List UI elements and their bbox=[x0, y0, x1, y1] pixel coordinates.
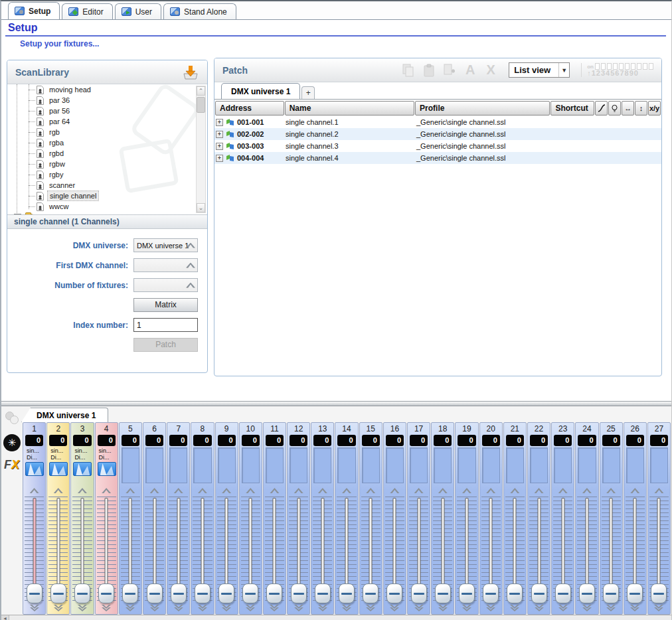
fader-down-button[interactable] bbox=[23, 603, 45, 614]
fader-track[interactable] bbox=[289, 497, 308, 603]
tree-item[interactable]: rgbd bbox=[7, 148, 207, 159]
tab-dmx-universe-1[interactable]: DMX universe 1 bbox=[221, 83, 300, 99]
tree-scrollbar[interactable]: ⌃ ⌄ bbox=[196, 86, 206, 213]
fader-track[interactable] bbox=[313, 497, 332, 603]
fader-up-button[interactable] bbox=[552, 485, 574, 497]
fader-track[interactable] bbox=[385, 497, 404, 603]
fader-down-button[interactable] bbox=[71, 603, 93, 614]
fader-up-button[interactable] bbox=[360, 485, 382, 497]
fader-thumb[interactable] bbox=[531, 583, 547, 603]
fader-up-button[interactable] bbox=[143, 485, 165, 497]
channel-fixture-cell[interactable] bbox=[506, 447, 524, 483]
main-tab[interactable]: Setup bbox=[8, 2, 60, 19]
fader-thumb[interactable] bbox=[218, 583, 234, 603]
channel-fixture-cell[interactable] bbox=[650, 447, 668, 483]
scroll-up-icon[interactable]: ⌃ bbox=[197, 86, 205, 96]
fader-track[interactable] bbox=[553, 497, 572, 603]
import-fixture-icon[interactable] bbox=[182, 65, 199, 80]
column-name[interactable]: Name bbox=[285, 101, 414, 116]
fader-down-button[interactable] bbox=[384, 603, 406, 614]
fader-down-button[interactable] bbox=[216, 603, 238, 614]
add-page-icon[interactable] bbox=[442, 62, 458, 78]
expand-icon[interactable]: + bbox=[216, 119, 223, 126]
fader-thumb[interactable] bbox=[339, 583, 355, 603]
fader-thumb[interactable] bbox=[651, 583, 667, 603]
fader-down-button[interactable] bbox=[167, 603, 189, 614]
channel-fixture-cell[interactable] bbox=[554, 447, 572, 483]
fader-thumb[interactable] bbox=[363, 583, 378, 603]
fader-track[interactable] bbox=[649, 497, 669, 603]
fader-thumb[interactable] bbox=[242, 583, 258, 603]
fader-down-button[interactable] bbox=[504, 603, 526, 614]
fader-track[interactable] bbox=[217, 497, 236, 603]
tree-item[interactable]: rgby bbox=[7, 169, 207, 180]
fader-thumb[interactable] bbox=[411, 583, 427, 603]
flash-icon[interactable]: ✳ bbox=[3, 434, 21, 451]
fader-up-button[interactable] bbox=[23, 485, 45, 497]
channel-fixture-cell[interactable]: sin... Di... bbox=[25, 447, 43, 483]
channel-fixture-cell[interactable] bbox=[386, 447, 404, 483]
fader-thumb[interactable] bbox=[147, 583, 163, 603]
fader-track[interactable] bbox=[169, 497, 188, 603]
rename-icon[interactable]: A bbox=[462, 62, 478, 78]
tree-item[interactable]: single channel bbox=[7, 191, 207, 201]
fader-thumb[interactable] bbox=[74, 583, 90, 603]
fader-track[interactable] bbox=[505, 497, 525, 603]
fader-track[interactable] bbox=[457, 497, 476, 603]
fader-track[interactable] bbox=[72, 497, 92, 603]
copy-icon[interactable] bbox=[400, 62, 416, 78]
fader-down-button[interactable] bbox=[96, 603, 118, 614]
fader-thumb[interactable] bbox=[98, 583, 114, 603]
fader-up-button[interactable] bbox=[120, 485, 141, 497]
channel-fixture-cell[interactable] bbox=[602, 447, 620, 483]
tree-item[interactable]: par 36 bbox=[7, 95, 207, 106]
channel-fixture-cell[interactable] bbox=[626, 447, 644, 483]
fader-track[interactable] bbox=[529, 497, 548, 603]
channel-fixture-cell[interactable]: sin... Di... bbox=[98, 447, 116, 483]
matrix-button[interactable]: Matrix bbox=[133, 298, 198, 312]
fader-down-button[interactable] bbox=[264, 603, 286, 614]
console-horizontal-scrollbar[interactable]: ◄ bbox=[1, 615, 671, 620]
fader-up-button[interactable] bbox=[576, 485, 598, 497]
main-tab[interactable]: User bbox=[115, 3, 161, 19]
fader-thumb[interactable] bbox=[507, 583, 523, 603]
fader-thumb[interactable] bbox=[579, 583, 595, 603]
fader-track[interactable] bbox=[145, 497, 164, 603]
index-number-input[interactable] bbox=[133, 318, 198, 332]
fader-down-button[interactable] bbox=[600, 603, 622, 614]
tilt-icon[interactable]: ↕ bbox=[635, 101, 647, 116]
fader-track[interactable] bbox=[626, 497, 645, 603]
add-universe-tab[interactable]: + bbox=[301, 86, 315, 99]
xy-icon[interactable]: x/y bbox=[648, 101, 661, 116]
channel-fixture-cell[interactable] bbox=[145, 447, 163, 483]
expand-icon[interactable]: + bbox=[216, 143, 223, 150]
fader-down-button[interactable] bbox=[408, 603, 430, 614]
fader-thumb[interactable] bbox=[627, 583, 643, 603]
fader-down-button[interactable] bbox=[480, 603, 502, 614]
patch-table-row[interactable]: + 001-001 single channel.1 _Generic\sing… bbox=[214, 116, 661, 128]
fader-track[interactable] bbox=[409, 497, 428, 603]
fader-track[interactable] bbox=[433, 497, 452, 603]
fader-up-button[interactable] bbox=[311, 485, 333, 497]
fader-down-button[interactable] bbox=[240, 603, 262, 614]
fader-thumb[interactable] bbox=[50, 583, 66, 603]
fader-thumb[interactable] bbox=[435, 583, 451, 603]
patch-button[interactable]: Patch bbox=[133, 338, 198, 352]
fader-track[interactable] bbox=[97, 497, 116, 603]
fader-up-button[interactable] bbox=[71, 485, 93, 497]
channel-fixture-cell[interactable] bbox=[122, 447, 139, 483]
fader-down-button[interactable] bbox=[120, 603, 141, 614]
fader-track[interactable] bbox=[361, 497, 380, 603]
fader-up-button[interactable] bbox=[384, 485, 406, 497]
console-universe-tab[interactable]: DMX universe 1 bbox=[21, 408, 108, 422]
dmx-universe-select[interactable]: DMX universe 1 ⌄ bbox=[133, 238, 198, 252]
fader-thumb[interactable] bbox=[315, 583, 331, 603]
channel-fixture-cell[interactable] bbox=[362, 447, 380, 483]
fader-down-button[interactable] bbox=[528, 603, 550, 614]
paste-icon[interactable] bbox=[421, 62, 437, 78]
main-tab[interactable]: Stand Alone bbox=[163, 3, 236, 19]
num-fixtures-select[interactable]: ⌄ bbox=[133, 278, 198, 292]
channel-fixture-cell[interactable] bbox=[578, 447, 596, 483]
fader-up-button[interactable] bbox=[528, 485, 550, 497]
tree-item[interactable]: rgb bbox=[7, 127, 207, 137]
